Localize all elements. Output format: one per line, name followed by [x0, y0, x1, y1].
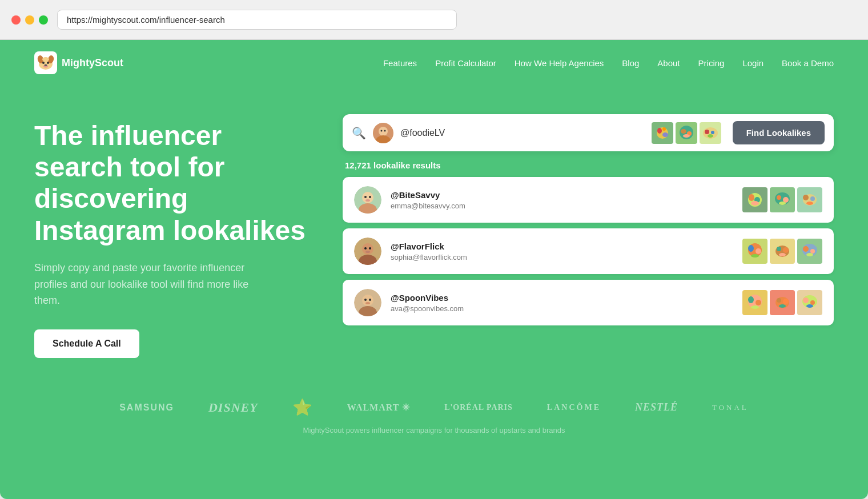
- svg-point-49: [806, 202, 813, 205]
- svg-point-58: [748, 245, 754, 252]
- svg-point-28: [708, 134, 713, 138]
- svg-point-21: [681, 129, 686, 134]
- hero-left: The influencer search tool for discoveri…: [34, 108, 308, 358]
- svg-point-12: [381, 130, 383, 131]
- nav-pricing[interactable]: Pricing: [698, 58, 725, 68]
- svg-point-4: [42, 62, 45, 64]
- maximize-button-dot[interactable]: [39, 15, 48, 25]
- result-card-1[interactable]: @BiteSavvy emma@bitesavvy.com: [343, 177, 834, 223]
- svg-point-90: [810, 300, 815, 305]
- svg-point-13: [384, 130, 386, 131]
- result-photo-2c: [797, 239, 822, 264]
- result-card-2[interactable]: @FlavorFlick sophia@flavorflick.com: [343, 228, 834, 274]
- svg-point-27: [711, 131, 714, 134]
- svg-point-8: [45, 65, 47, 66]
- svg-point-32: [364, 196, 367, 198]
- search-thumb-2: [676, 122, 697, 144]
- nav-login[interactable]: Login: [742, 58, 763, 68]
- svg-point-37: [749, 194, 754, 201]
- svg-point-39: [751, 201, 759, 206]
- svg-point-76: [365, 302, 370, 304]
- svg-point-42: [777, 195, 781, 200]
- svg-point-84: [777, 298, 781, 303]
- hero-title: The influencer search tool for discoveri…: [34, 120, 308, 246]
- svg-point-53: [364, 247, 367, 250]
- search-bar: 🔍 @foodieLV: [343, 114, 834, 151]
- minimize-button-dot[interactable]: [25, 15, 34, 25]
- svg-point-44: [779, 202, 786, 205]
- brand-lancome: LANCÔME: [547, 403, 601, 412]
- result-email-2: sophia@flavorflick.com: [391, 253, 733, 261]
- svg-point-33: [369, 196, 371, 198]
- svg-point-60: [751, 254, 759, 257]
- result-photo-1b: [770, 187, 795, 212]
- result-username-1: @BiteSavvy: [391, 190, 733, 200]
- svg-point-80: [756, 300, 761, 305]
- result-username-3: @SpoonVibes: [391, 293, 733, 303]
- result-email-3: ava@spoonvibes.com: [391, 304, 733, 313]
- search-profile-avatar: [373, 123, 393, 143]
- result-photo-1c: [797, 187, 822, 212]
- result-info-2: @FlavorFlick sophia@flavorflick.com: [391, 242, 733, 261]
- results-count: 12,721 lookalike results: [343, 160, 834, 170]
- address-bar[interactable]: https://mightyscout.com/influencer-searc…: [57, 10, 457, 30]
- brand-starbucks: ⭐: [292, 398, 313, 417]
- hero-section: The influencer search tool for discoveri…: [0, 86, 868, 375]
- nav-blog[interactable]: Blog: [622, 58, 639, 68]
- close-button-dot[interactable]: [11, 15, 21, 25]
- browser-dots: [11, 15, 48, 25]
- result-photo-3a: [742, 290, 767, 315]
- svg-point-81: [751, 305, 759, 309]
- result-photos-3: [742, 290, 822, 315]
- svg-point-47: [803, 195, 809, 200]
- logo-text: MightyScout: [62, 57, 123, 69]
- svg-point-64: [783, 247, 789, 253]
- search-icon: 🔍: [352, 126, 366, 140]
- svg-point-23: [683, 134, 690, 138]
- nav-book-demo[interactable]: Book a Demo: [782, 58, 834, 68]
- navigation: MightyScout Features Profit Calculator H…: [0, 40, 868, 86]
- svg-point-65: [779, 253, 786, 256]
- svg-point-18: [662, 127, 666, 131]
- nav-features[interactable]: Features: [383, 58, 417, 68]
- nav-about[interactable]: About: [657, 58, 680, 68]
- result-photo-3b: [770, 290, 795, 315]
- nav-agencies[interactable]: How We Help Agencies: [515, 58, 604, 68]
- result-photo-2b: [770, 239, 795, 264]
- find-lookalikes-button[interactable]: Find Lookalikes: [733, 121, 825, 144]
- logo[interactable]: MightyScout: [34, 51, 123, 74]
- svg-point-75: [369, 299, 371, 301]
- result-photos-1: [742, 187, 822, 212]
- brand-loreal: L'ORÉAL PARIS: [444, 403, 513, 412]
- brands-caption: MightyScout powers influencer campaigns …: [0, 426, 868, 434]
- result-email-1: emma@bitesavvy.com: [391, 202, 733, 210]
- svg-point-91: [806, 304, 813, 308]
- search-input-value[interactable]: @foodieLV: [400, 128, 645, 138]
- svg-point-89: [803, 297, 809, 303]
- result-avatar-3: [354, 289, 381, 316]
- brands-section: SAMSUNG Disney ⭐ Walmart ✳ L'ORÉAL PARIS…: [0, 381, 868, 422]
- brand-walmart: Walmart ✳: [347, 402, 410, 413]
- result-username-2: @FlavorFlick: [391, 242, 733, 251]
- result-info-3: @SpoonVibes ava@spoonvibes.com: [391, 293, 733, 313]
- svg-point-68: [803, 246, 809, 252]
- svg-point-17: [662, 132, 668, 137]
- svg-point-69: [810, 249, 815, 253]
- hero-right: 🔍 @foodieLV: [343, 108, 834, 331]
- avatar-face: [373, 123, 393, 143]
- website: MightyScout Features Profit Calculator H…: [0, 40, 868, 499]
- svg-point-59: [756, 248, 761, 254]
- result-card-3[interactable]: @SpoonVibes ava@spoonvibes.com: [343, 280, 834, 325]
- browser-chrome: https://mightyscout.com/influencer-searc…: [0, 0, 868, 40]
- result-photo-1a: [742, 187, 767, 212]
- brand-samsung: SAMSUNG: [119, 403, 174, 413]
- svg-point-16: [657, 128, 662, 134]
- svg-point-85: [783, 299, 789, 304]
- svg-point-26: [705, 130, 709, 134]
- schedule-call-button[interactable]: Schedule A Call: [34, 329, 139, 358]
- svg-point-86: [779, 304, 786, 308]
- nav-profit-calculator[interactable]: Profit Calculator: [435, 58, 496, 68]
- svg-point-48: [810, 196, 815, 201]
- result-photo-2a: [742, 239, 767, 264]
- result-avatar-2: [354, 238, 381, 265]
